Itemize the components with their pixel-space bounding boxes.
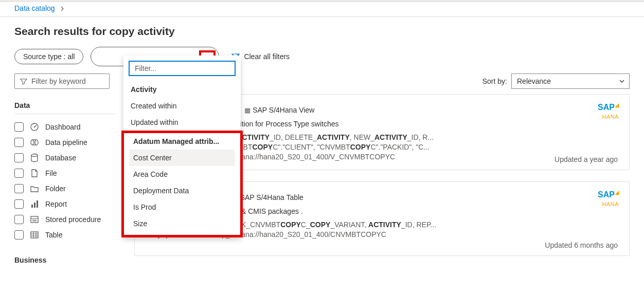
funnel-icon xyxy=(20,77,27,85)
database-icon xyxy=(30,153,39,162)
content-area: Filter by keyword Data Dashboard Data pi… xyxy=(0,74,644,273)
keyword-filter-input[interactable]: Filter by keyword xyxy=(14,74,110,89)
dropdown-item-size[interactable]: Size xyxy=(129,215,235,232)
facet-label: Report xyxy=(45,200,67,208)
keyword-filter-placeholder: Filter by keyword xyxy=(31,77,86,85)
sort-by-label: Sort by: xyxy=(482,77,507,85)
svg-rect-11 xyxy=(37,200,38,208)
dropdown-item-is-prod[interactable]: Is Prod xyxy=(129,199,235,215)
facet-label: File xyxy=(45,169,57,177)
svg-rect-16 xyxy=(31,232,38,238)
sort-by-dropdown[interactable]: Relevance xyxy=(511,74,630,89)
chevron-right-icon xyxy=(60,4,65,12)
source-type-filter-pill[interactable]: Source type : all xyxy=(14,49,83,64)
checkbox[interactable] xyxy=(14,153,24,162)
checkbox[interactable] xyxy=(14,199,24,209)
dropdown-item-deployment-data[interactable]: Deployment Data xyxy=(129,182,235,199)
facet-label: Folder xyxy=(45,185,66,193)
facet-label: Database xyxy=(45,154,76,162)
facet-group-business: Business xyxy=(14,252,115,268)
facet-item-database[interactable]: Database xyxy=(14,150,115,166)
facet-label: Stored procedure xyxy=(45,215,101,224)
checkbox[interactable] xyxy=(14,215,24,224)
pipeline-icon xyxy=(30,138,39,147)
filter-bar: Source type : all Clear all filters xyxy=(0,47,644,74)
sort-by-control: Sort by: Relevance xyxy=(482,74,630,89)
dropdown-group-adatum: Adatum Managed attrib... xyxy=(129,133,235,150)
dropdown-item-updated-within[interactable]: Updated within xyxy=(129,114,236,131)
facet-label: Data pipeline xyxy=(45,138,87,146)
facet-item-report[interactable]: Report xyxy=(14,196,115,212)
updated-timestamp: Updated 6 months ago xyxy=(545,241,618,249)
facet-item-folder[interactable]: Folder xyxy=(14,181,115,196)
svg-point-3 xyxy=(34,126,35,128)
svg-point-5 xyxy=(35,140,38,145)
checkbox[interactable] xyxy=(14,169,24,178)
checkbox[interactable] xyxy=(14,230,24,240)
checkbox[interactable] xyxy=(14,138,24,147)
dropdown-group-activity: Activity xyxy=(129,81,236,98)
svg-point-4 xyxy=(31,140,34,145)
svg-point-8 xyxy=(31,154,38,157)
dropdown-item-area-code[interactable]: Area Code xyxy=(129,166,235,182)
breadcrumb: Data catalog xyxy=(0,2,644,17)
table-icon xyxy=(30,230,39,240)
breadcrumb-link-data-catalog[interactable]: Data catalog xyxy=(14,4,55,12)
facet-label: Dashboard xyxy=(45,123,81,131)
chevron-down-icon xyxy=(619,78,625,84)
sap-hana-badge: SAP◢ HANA xyxy=(598,189,619,208)
file-icon xyxy=(30,169,39,178)
facet-sidebar: Filter by keyword Data Dashboard Data pi… xyxy=(14,74,115,273)
clear-filters-label: Clear all filters xyxy=(244,52,290,61)
highlight-box-managed-attributes: Adatum Managed attrib... Cost Center Are… xyxy=(121,131,243,237)
view-icon: ▦ xyxy=(244,106,251,114)
facet-group-data: Data xyxy=(14,97,115,114)
dashboard-icon xyxy=(30,122,39,132)
svg-rect-9 xyxy=(31,205,33,208)
dropdown-filter-input[interactable]: Filter... xyxy=(129,61,236,76)
report-icon xyxy=(30,199,39,209)
sap-hana-badge: SAP◢ HANA xyxy=(598,102,619,120)
asset-type-label: ▦SAP S/4Hana View xyxy=(244,106,314,114)
attribute-dropdown-panel: Filter... Activity Created within Update… xyxy=(123,56,241,237)
folder-icon xyxy=(30,184,39,193)
facet-item-stored-procedure[interactable]: Stored procedure xyxy=(14,212,115,227)
facet-label: Table xyxy=(45,231,62,239)
sort-value: Relevance xyxy=(517,77,551,85)
svg-rect-12 xyxy=(31,216,38,223)
facet-item-file[interactable]: File xyxy=(14,166,115,181)
facet-item-dashboard[interactable]: Dashboard xyxy=(14,119,115,135)
facet-item-data-pipeline[interactable]: Data pipeline xyxy=(14,135,115,150)
dropdown-item-cost-center[interactable]: Cost Center xyxy=(129,150,235,166)
dropdown-item-created-within[interactable]: Created within xyxy=(129,98,236,114)
svg-rect-10 xyxy=(34,203,35,208)
checkbox[interactable] xyxy=(14,122,24,132)
updated-timestamp: Updated a year ago xyxy=(554,155,618,163)
checkbox[interactable] xyxy=(14,184,24,193)
page-title: Search results for copy activity xyxy=(0,17,644,47)
facet-item-table[interactable]: Table xyxy=(14,227,115,243)
stored-procedure-icon xyxy=(30,215,39,224)
